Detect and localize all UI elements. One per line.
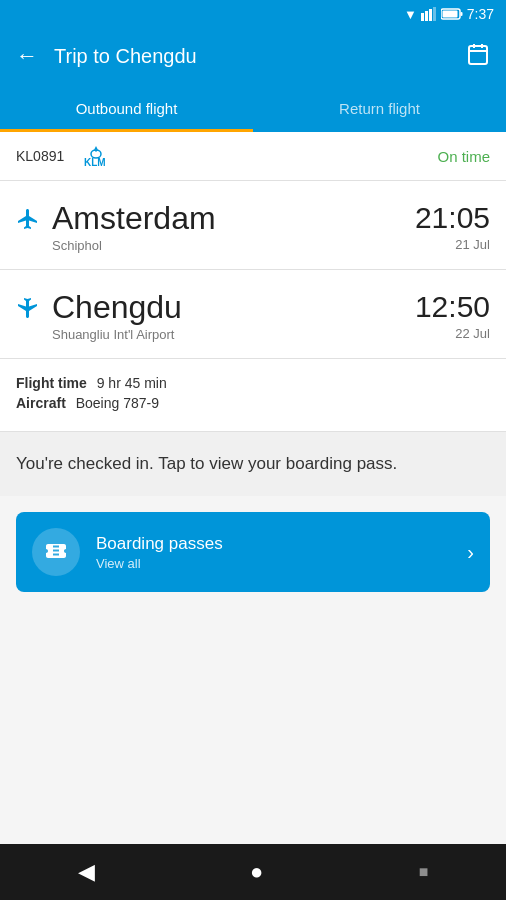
tab-outbound[interactable]: Outbound flight [0, 84, 253, 132]
flight-details-section: Flight time 9 hr 45 min Aircraft Boeing … [0, 359, 506, 432]
departure-airport: Schiphol [52, 238, 216, 253]
checked-in-text: You're checked in. Tap to view your boar… [16, 454, 397, 473]
arrival-row: Chengdu Shuangliu Int'l Airport 12:50 22… [0, 270, 506, 359]
chevron-right-icon: › [467, 541, 474, 564]
flight-header-row: KL0891 KLM On time [0, 132, 506, 181]
checked-in-banner[interactable]: You're checked in. Tap to view your boar… [0, 432, 506, 496]
svg-rect-5 [442, 11, 457, 18]
status-icons: ▼ 7:37 [404, 6, 494, 22]
tab-return[interactable]: Return flight [253, 84, 506, 132]
app-header: ← Trip to Chengdu [0, 28, 506, 84]
boarding-icon-container [32, 528, 80, 576]
aircraft-value: Boeing 787-9 [76, 395, 159, 411]
nav-back-button[interactable]: ◀ [78, 859, 95, 885]
boarding-passes-subtitle: View all [96, 556, 451, 571]
page-title: Trip to Chengdu [54, 45, 450, 68]
status-bar: ▼ 7:37 [0, 0, 506, 28]
arrival-city: Chengdu [52, 290, 182, 325]
svg-rect-1 [425, 11, 428, 21]
departure-time: 21:05 [415, 201, 490, 235]
back-button[interactable]: ← [16, 43, 38, 69]
svg-text:KLM: KLM [84, 157, 106, 168]
flight-time-row: Flight time 9 hr 45 min [16, 375, 490, 391]
signal-icon [421, 7, 437, 21]
aircraft-row: Aircraft Boeing 787-9 [16, 395, 490, 411]
boarding-pass-icon [44, 538, 68, 567]
airline-logo: KLM [82, 144, 110, 168]
arrival-date: 22 Jul [415, 326, 490, 341]
flight-time-value: 9 hr 45 min [97, 375, 167, 391]
flight-number: KL0891 [16, 148, 64, 164]
arrival-plane-icon [16, 296, 40, 325]
flight-time-label: Flight time [16, 375, 87, 391]
departure-date: 21 Jul [415, 237, 490, 252]
svg-rect-2 [429, 9, 432, 21]
svg-rect-6 [460, 12, 462, 16]
nav-menu-button[interactable]: ■ [419, 863, 429, 881]
svg-rect-7 [469, 46, 487, 64]
svg-rect-0 [421, 13, 424, 21]
status-time: 7:37 [467, 6, 494, 22]
wifi-icon: ▼ [404, 7, 417, 22]
arrival-airport: Shuangliu Int'l Airport [52, 327, 182, 342]
aircraft-label: Aircraft [16, 395, 66, 411]
boarding-text-container: Boarding passes View all [96, 534, 451, 571]
bottom-navigation: ◀ ● ■ [0, 844, 506, 900]
calendar-icon[interactable] [466, 42, 490, 71]
departure-plane-icon [16, 207, 40, 236]
arrival-time: 12:50 [415, 290, 490, 324]
boarding-passes-title: Boarding passes [96, 534, 451, 554]
boarding-passes-card[interactable]: Boarding passes View all › [16, 512, 490, 592]
departure-row: Amsterdam Schiphol 21:05 21 Jul [0, 181, 506, 270]
departure-city: Amsterdam [52, 201, 216, 236]
flight-status: On time [437, 148, 490, 165]
tabs-bar: Outbound flight Return flight [0, 84, 506, 132]
battery-icon [441, 8, 463, 20]
nav-home-button[interactable]: ● [250, 859, 263, 885]
svg-rect-3 [433, 7, 436, 21]
